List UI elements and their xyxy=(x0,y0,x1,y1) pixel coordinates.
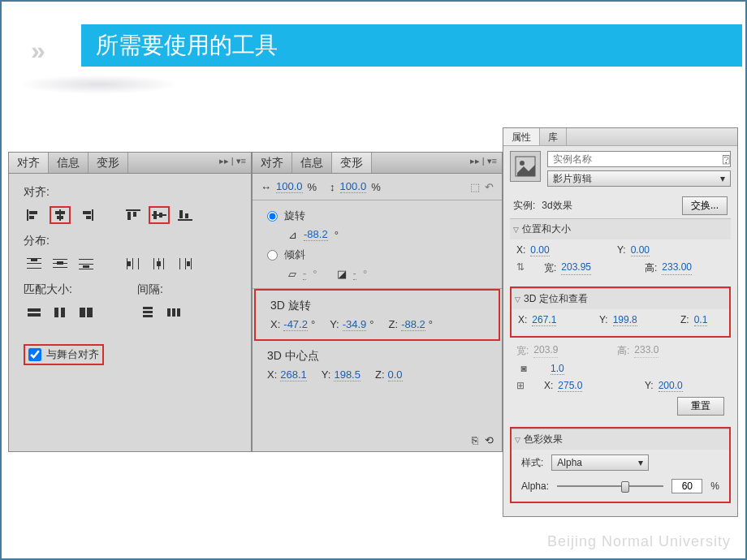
tab-info[interactable]: 信息 xyxy=(49,153,89,173)
rotate-value[interactable]: -88.2 xyxy=(304,228,328,241)
pos-size-header[interactable]: ▽位置和大小 xyxy=(510,218,731,239)
align-left-icon[interactable] xyxy=(24,206,45,224)
svg-rect-18 xyxy=(27,258,41,259)
rot3d-z[interactable]: -88.2 xyxy=(401,318,425,331)
tab-transform-2[interactable]: 变形 xyxy=(332,153,372,173)
pos3d-header[interactable]: ▽3D 定位和查看 xyxy=(512,288,729,309)
center3d-z[interactable]: 0.0 xyxy=(388,368,403,381)
rot3d-x[interactable]: -47.2 xyxy=(283,318,308,331)
instance-name-input[interactable] xyxy=(547,151,731,167)
perspective[interactable]: 1.0 xyxy=(551,363,564,375)
scale-width[interactable]: 100.0 xyxy=(276,180,303,193)
center3d-x[interactable]: 268.1 xyxy=(280,368,307,381)
copy-transform-icon[interactable]: ⎘ xyxy=(472,434,478,446)
info-icon[interactable]: ⍰ xyxy=(723,153,729,166)
dist-hcenter-icon[interactable] xyxy=(149,255,170,273)
svg-rect-31 xyxy=(132,258,133,269)
height-val[interactable]: 233.00 xyxy=(662,261,692,275)
instance-name: 3d效果 xyxy=(542,199,572,213)
match-both-icon[interactable] xyxy=(76,304,97,321)
tab-align[interactable]: 对齐 xyxy=(9,153,49,173)
instance-type-select[interactable]: 影片剪辑 ▾ xyxy=(547,170,731,187)
svg-rect-40 xyxy=(191,258,192,269)
tab-library[interactable]: 库 xyxy=(540,128,567,145)
svg-rect-2 xyxy=(29,216,34,219)
svg-rect-43 xyxy=(28,313,41,317)
pos3d-z[interactable]: 0.1 xyxy=(694,314,708,326)
properties-body: 影片剪辑 ▾ ⍰ 实例: 3d效果 交换... ▽位置和大小 X: 0.00 Y… xyxy=(503,146,737,510)
svg-rect-13 xyxy=(153,211,157,219)
tab-align-2[interactable]: 对齐 xyxy=(253,153,292,173)
svg-rect-53 xyxy=(177,308,180,317)
rot3d-y[interactable]: -34.9 xyxy=(343,318,367,331)
space-vert-icon[interactable] xyxy=(137,304,158,321)
dist-right-icon[interactable] xyxy=(175,255,196,273)
pos3d-x[interactable]: 267.1 xyxy=(532,314,556,326)
skew-v-value[interactable]: - xyxy=(353,267,356,280)
pos-x[interactable]: 0.00 xyxy=(530,244,549,256)
panel-menu-icon[interactable]: ▸▸ | ▾≡ xyxy=(214,153,251,173)
svg-rect-29 xyxy=(83,265,89,268)
vanish-y[interactable]: 200.0 xyxy=(658,380,683,392)
reset-transform-icon[interactable]: ⟲ xyxy=(485,434,494,446)
svg-rect-52 xyxy=(172,308,175,317)
alpha-input[interactable] xyxy=(671,479,702,493)
tab-properties[interactable]: 属性 xyxy=(503,128,540,145)
dist-top-icon[interactable] xyxy=(24,255,45,273)
align-right-icon[interactable] xyxy=(76,206,97,224)
rotate-radio[interactable] xyxy=(267,211,278,222)
svg-rect-32 xyxy=(138,258,139,269)
svg-rect-30 xyxy=(127,258,127,269)
reset-button[interactable]: 重置 xyxy=(677,397,724,416)
swap-button[interactable]: 交换... xyxy=(682,196,728,215)
panel-menu-icon-2[interactable]: ▸▸ | ▾≡ xyxy=(465,153,502,173)
angle-icon: ⊿ xyxy=(288,229,297,241)
center3d-y[interactable]: 198.5 xyxy=(334,368,361,381)
constrain-icon[interactable]: ⬚ xyxy=(470,181,480,193)
tab-info-2[interactable]: 信息 xyxy=(292,153,332,173)
svg-rect-34 xyxy=(153,258,154,269)
tab-transform[interactable]: 变形 xyxy=(89,153,128,173)
svg-rect-17 xyxy=(185,213,188,218)
reset-icon[interactable]: ↶ xyxy=(485,181,494,193)
svg-rect-50 xyxy=(143,315,153,317)
svg-rect-45 xyxy=(61,308,65,317)
vanish-x[interactable]: 275.0 xyxy=(558,380,582,392)
stage-align-checkbox[interactable] xyxy=(28,348,41,361)
align-panel: 对齐 信息 变形 ▸▸ | ▾≡ 对齐: 分布: xyxy=(8,152,252,452)
decor-smudge xyxy=(18,75,180,94)
instance-thumb-icon xyxy=(510,151,541,182)
svg-rect-5 xyxy=(57,216,63,219)
skew-h-value[interactable]: - xyxy=(303,267,306,280)
height3d: 233.0 xyxy=(634,344,658,358)
align-vcenter-icon[interactable] xyxy=(149,206,170,224)
scale-height[interactable]: 100.0 xyxy=(340,180,367,193)
align-bottom-icon[interactable] xyxy=(175,206,196,224)
dist-bottom-icon[interactable] xyxy=(76,255,97,273)
svg-rect-33 xyxy=(127,261,131,266)
alpha-slider[interactable] xyxy=(557,480,663,493)
align-hcenter-icon[interactable] xyxy=(50,206,71,224)
vanish-icon: ⊞ xyxy=(516,380,525,392)
pos3d-y[interactable]: 199.8 xyxy=(613,314,637,326)
align-top-icon[interactable] xyxy=(123,206,144,224)
link-icon[interactable]: ⇅ xyxy=(516,261,525,275)
pos-y[interactable]: 0.00 xyxy=(631,244,650,256)
style-select[interactable]: Alpha ▾ xyxy=(551,454,649,471)
svg-rect-7 xyxy=(83,211,91,214)
alpha-label: Alpha: xyxy=(521,480,549,492)
svg-point-55 xyxy=(520,161,525,166)
skew-radio[interactable] xyxy=(267,250,278,261)
svg-rect-8 xyxy=(86,216,91,219)
stage-align-check[interactable]: 与舞台对齐 xyxy=(24,344,104,365)
skew-h-icon: ▱ xyxy=(288,268,296,280)
space-horiz-icon[interactable] xyxy=(163,304,184,321)
width-val[interactable]: 203.95 xyxy=(561,261,591,275)
color-effect-header[interactable]: ▽色彩效果 xyxy=(512,429,729,450)
dist-left-icon[interactable] xyxy=(123,255,144,273)
page-title: 所需要使用的工具 xyxy=(96,30,278,61)
match-height-icon[interactable] xyxy=(50,304,71,321)
match-width-icon[interactable] xyxy=(24,304,45,321)
align-body: 对齐: 分布: xyxy=(9,174,251,451)
dist-vcenter-icon[interactable] xyxy=(50,255,71,273)
